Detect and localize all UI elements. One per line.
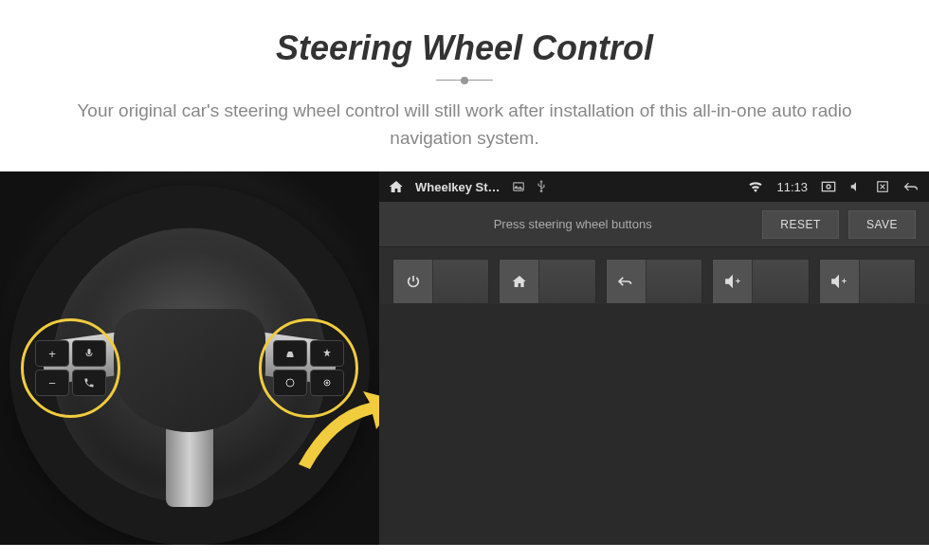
svg-text:+: + bbox=[736, 277, 741, 286]
toolbar: Press steering wheel buttons RESET SAVE bbox=[379, 202, 929, 247]
arrow-indicator bbox=[289, 384, 379, 479]
wheel-spoke-bottom bbox=[166, 422, 213, 507]
wheel-btn-minus: − bbox=[35, 370, 69, 396]
home-icon bbox=[500, 260, 539, 303]
func-back-button[interactable] bbox=[606, 259, 702, 304]
svg-rect-3 bbox=[513, 183, 523, 190]
svg-text:+: + bbox=[842, 277, 847, 286]
picture-icon bbox=[512, 180, 525, 193]
func-volume-up-button[interactable]: + bbox=[712, 259, 809, 304]
wifi-icon bbox=[748, 181, 763, 192]
device-screen: Wheelkey St… 11:13 bbox=[379, 172, 929, 545]
svg-point-5 bbox=[827, 185, 830, 189]
header-section: Steering Wheel Control Your original car… bbox=[0, 0, 929, 171]
screenshot-icon[interactable] bbox=[821, 181, 836, 192]
wheel-btn-mode1 bbox=[273, 340, 307, 367]
back-curve-icon bbox=[607, 260, 647, 303]
content-row: + − bbox=[0, 171, 929, 545]
wheel-btn-mode2 bbox=[310, 340, 344, 367]
wheel-btn-plus: + bbox=[35, 340, 69, 367]
func-home-button[interactable] bbox=[499, 259, 595, 304]
left-controls-highlight: + − bbox=[21, 318, 120, 418]
volume-up-icon: + bbox=[713, 260, 753, 303]
title-divider bbox=[436, 80, 493, 81]
wheel-btn-phone bbox=[72, 370, 106, 396]
page-description: Your original car's steering wheel contr… bbox=[62, 98, 867, 152]
status-app-title: Wheelkey St… bbox=[415, 180, 501, 194]
home-icon[interactable] bbox=[389, 179, 404, 194]
svg-rect-4 bbox=[822, 182, 834, 190]
func-power-button[interactable] bbox=[392, 259, 489, 304]
back-icon[interactable] bbox=[902, 180, 920, 193]
toolbar-prompt: Press steering wheel buttons bbox=[392, 217, 753, 231]
wheel-btn-voice bbox=[72, 340, 106, 367]
func-volume-up-button-2[interactable]: + bbox=[819, 259, 916, 304]
power-icon bbox=[393, 260, 433, 303]
close-icon[interactable] bbox=[876, 180, 889, 193]
wheel-center-hub bbox=[114, 309, 265, 432]
mute-icon[interactable] bbox=[849, 180, 863, 193]
page-title: Steering Wheel Control bbox=[38, 28, 891, 68]
volume-up-icon: + bbox=[820, 260, 860, 303]
save-button[interactable]: SAVE bbox=[848, 210, 916, 239]
steering-wheel-image: + − bbox=[0, 172, 379, 545]
status-time: 11:13 bbox=[776, 180, 808, 194]
screen-body-area bbox=[379, 304, 929, 545]
status-bar: Wheelkey St… 11:13 bbox=[379, 172, 929, 202]
usb-icon bbox=[537, 180, 546, 193]
reset-button[interactable]: RESET bbox=[762, 210, 839, 239]
